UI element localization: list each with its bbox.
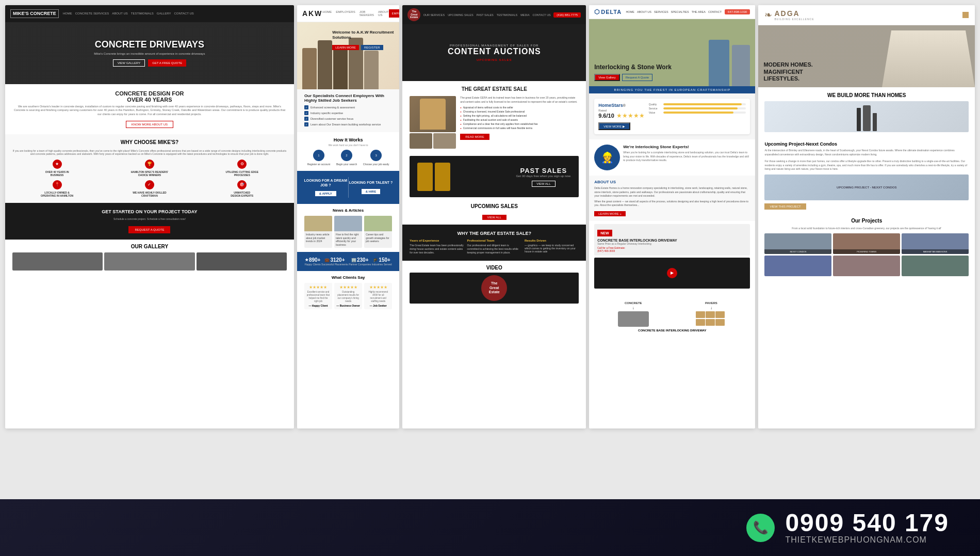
adga-build-more-title: WE BUILD MORE THAN HOMES — [764, 92, 969, 98]
rating-bar-service: Service — [649, 107, 746, 110]
building-silhouette-tall — [857, 108, 861, 131]
akw-testimonials-title: What Clients Say — [304, 275, 392, 280]
stars-1: ★★★★★ — [306, 285, 330, 290]
bar-track-service — [663, 107, 746, 109]
paver-1 — [696, 311, 705, 318]
akw-specialists-section: Our Specialists Connect Employers With H… — [297, 89, 399, 132]
paver-3 — [715, 311, 725, 318]
pavers-arrow: ↓ — [710, 306, 712, 310]
akw-employer-btn[interactable]: EMPLOYER — [389, 9, 400, 18]
check-label-2: Industry specific expertise — [311, 112, 343, 115]
delta-about-more: When the great content — we stand all as… — [594, 200, 750, 208]
step-3: 3 Choose your job easily — [363, 150, 389, 166]
delta-phone-btn[interactable]: 647-898-1030 — [725, 9, 750, 14]
akw-hire-btn[interactable]: & HIRE — [362, 189, 380, 194]
project-nexxt[interactable]: NEXXT CONDOS — [764, 233, 831, 254]
project-4[interactable] — [764, 256, 831, 276]
project-pickering[interactable]: PICKERING TOWNS — [833, 233, 900, 254]
figurine-left — [417, 163, 433, 191]
stat-clients-label: Happy Clients — [305, 263, 321, 266]
project-manhattan[interactable]: MANHATTAN MANSIONS — [902, 233, 969, 254]
bottom-phone-number[interactable]: 0909 540 179 — [785, 511, 949, 535]
project-pickering-label: PICKERING TOWNS — [833, 249, 900, 254]
testimonial-2: ★★★★★ Outstanding placement results for … — [334, 283, 362, 309]
delta-learn-more-btn[interactable]: LEARN MORE » — [594, 211, 626, 216]
delta-hero-people — [709, 40, 750, 86]
delta-video-thumb[interactable]: ▶ — [594, 258, 750, 289]
estate-phone[interactable]: (416) 881-7775 — [553, 12, 581, 18]
t-text-1: Excellent service and professional team … — [306, 291, 330, 303]
mikes-cta-section: GET STARTED ON YOUR PROJECT TODAY Schedu… — [5, 203, 294, 240]
delta-video-section: NEW CONCRETE BASE INTERLOCKING DRIVEWAY … — [589, 221, 755, 292]
delta-homestars-section: HomeStars® Rated 9.6/10 ★★★★★ Quality — [589, 93, 755, 139]
mikes-quote-btn[interactable]: GET A FREE QUOTE — [148, 59, 186, 67]
akw-hero: Welcome to A.K.W Recruitment Solutions L… — [297, 22, 399, 89]
testimonial-3: ★★★★★ Highly recommend AKW for all recru… — [364, 283, 392, 309]
akw-learn-btn[interactable]: LEARN MORE — [332, 45, 359, 50]
past-sales-view-all-btn[interactable]: VIEW ALL — [532, 181, 555, 187]
akw-register-btn[interactable]: REGISTER — [361, 45, 383, 50]
check-item-3: ✓ Diversified customer service focus — [304, 117, 392, 121]
phone-circle-icon[interactable]: 📞 — [746, 514, 775, 542]
step-label-2: Begin your search — [336, 163, 357, 166]
adga-gold-bar — [962, 12, 969, 18]
mikes-request-quote-btn[interactable]: REQUEST A QUOTE — [128, 226, 170, 233]
stat-companies-number: 🏢230+ — [349, 257, 371, 263]
person-2 — [318, 40, 332, 89]
delta-person-1 — [709, 40, 729, 86]
akw-header: AKW HOME EMPLOYERS JOB SEEKERS ABOUT US … — [297, 5, 399, 22]
estate-list-item-4: Facilitating the actual auction and sale… — [460, 118, 579, 121]
figurine-right — [435, 163, 450, 191]
delta-logo-icon: ⬡ — [594, 8, 599, 15]
project-6[interactable] — [902, 256, 969, 276]
design-icon: 🎯 — [237, 180, 247, 189]
dream-right-col: LOOKING FOR TALENT ? & HIRE — [349, 180, 394, 194]
stat-industries-number: 🎓150+ — [372, 257, 392, 263]
person-5 — [364, 51, 379, 89]
estate-video-thumb[interactable]: TheGreatEstate — [410, 273, 579, 304]
delta-logo: ⬡ DELTA — [594, 8, 622, 15]
project-5[interactable] — [833, 256, 900, 276]
paver-5 — [706, 319, 715, 326]
delta-hero-title: Interlocking & Stone Work — [594, 63, 672, 71]
delta-play-btn[interactable]: ▶ — [667, 268, 677, 278]
delta-expert-avatar: 👷 — [594, 145, 620, 170]
news-img-3 — [364, 216, 392, 231]
adga-upcoming-title: Upcoming Project-Nexxt Condos — [764, 141, 969, 147]
akw-apply-btn[interactable]: & APPLY — [315, 191, 336, 196]
delta-new-badge: NEW — [597, 230, 612, 236]
delta-view-more-btn[interactable]: VIEW MORE ▶ — [598, 122, 630, 130]
adga-logo-sub: Building Excellence — [774, 18, 814, 21]
estate-video-title: VIDEO — [410, 265, 579, 271]
industries-icon: 🎓 — [373, 258, 378, 262]
delta-gallery-btn[interactable]: View Gallery — [594, 74, 620, 81]
estate-upcoming-title: UPCOMING SALES — [410, 203, 579, 209]
akw-news-items: Industry news article about job market t… — [304, 216, 392, 248]
adga-projects-section: Our Projects From a local solid foundati… — [758, 214, 975, 282]
homestars-rating: 9.6/10 — [598, 113, 614, 119]
why-col-experience: Years of Experience The Great Estate tea… — [410, 239, 464, 255]
estate-desc: The great Estate GERA and its trained te… — [460, 96, 579, 104]
bottom-website-url[interactable]: THIETKEWEBPHUONGNAM.COM — [785, 535, 927, 545]
why-col-results: Results Driven — graphics — we keep to s… — [525, 239, 579, 255]
estate-read-more-btn[interactable]: READ MORE — [460, 134, 489, 140]
stat-companies-label: Partner Companies — [349, 263, 371, 266]
adga-view-project-btn[interactable]: VIEW THIS PROJECT — [764, 203, 806, 210]
mikes-cta-sub: Schedule a concrete project. Schedule a … — [11, 217, 288, 220]
t-author-2: — Business Owner — [336, 304, 360, 307]
mikes-gallery-section: OUR GALLERY — [5, 240, 294, 275]
mikes-nav: HOME CONCRETE SERVICES ABOUT US TESTIMON… — [63, 12, 194, 15]
estate-upcoming-view-all-btn[interactable]: VIEW ALL — [482, 215, 507, 220]
mikes-know-more-btn[interactable]: KNOW MORE ABOUT US — [126, 121, 173, 128]
person-3 — [333, 45, 348, 89]
estate-features-list: Appraisal of items without costs to the … — [460, 106, 579, 130]
news-text-3: Career tips and growth strategies for jo… — [364, 231, 392, 245]
mikes-gallery-btn[interactable]: VIEW GALLERY — [113, 59, 145, 67]
news-text-2: How to find the right talent quickly and… — [334, 231, 362, 248]
delta-quote-btn[interactable]: Request A Quote — [622, 74, 652, 81]
estate-list-item-5: Compliance and a clear fee that only app… — [460, 122, 579, 125]
dream-job-right-title: LOOKING FOR TALENT ? — [349, 180, 394, 185]
craftsman-label: WE HAVE HIGHLY-SKILLEDCRAFTSMAN — [133, 191, 167, 198]
years-icon: ★ — [53, 160, 62, 169]
card-adga: ❧ ADGA Building Excellence MODERN HOMES.… — [758, 5, 975, 428]
